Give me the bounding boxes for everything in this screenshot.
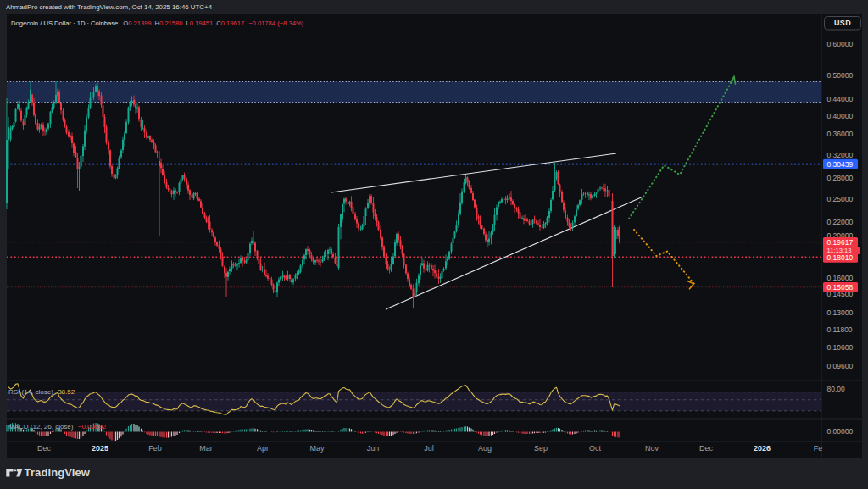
svg-text:0.32000: 0.32000 xyxy=(827,151,854,159)
svg-text:2025: 2025 xyxy=(92,444,108,453)
svg-text:USD: USD xyxy=(834,19,851,27)
svg-text:80.00: 80.00 xyxy=(827,385,846,393)
svg-text:Dec: Dec xyxy=(699,444,714,453)
svg-text:Fe: Fe xyxy=(814,444,823,453)
svg-text:0.00000: 0.00000 xyxy=(827,427,854,436)
svg-text:TradingView: TradingView xyxy=(25,466,91,479)
svg-text:AhmadPro created with TradingV: AhmadPro created with TradingView.com, O… xyxy=(6,3,213,11)
svg-text:0.18010: 0.18010 xyxy=(827,253,854,262)
svg-text:Aug: Aug xyxy=(478,444,492,453)
svg-text:Jun: Jun xyxy=(367,444,380,453)
svg-text:0.15058: 0.15058 xyxy=(827,283,854,292)
svg-text:0.19617: 0.19617 xyxy=(827,238,854,247)
svg-text:0.25000: 0.25000 xyxy=(827,195,854,203)
svg-text:0.44000: 0.44000 xyxy=(827,95,854,103)
svg-text:May: May xyxy=(309,444,325,453)
svg-text:Apr: Apr xyxy=(257,444,269,453)
svg-text:Dogecoin / US Dollar · 1D · Co: Dogecoin / US Dollar · 1D · CoinbaseO0.2… xyxy=(11,19,304,27)
svg-text:Feb: Feb xyxy=(148,444,162,453)
svg-text:0.30439: 0.30439 xyxy=(827,160,854,169)
svg-text:0.11800: 0.11800 xyxy=(827,325,853,334)
svg-text:0.09600: 0.09600 xyxy=(827,362,854,370)
svg-text:2026: 2026 xyxy=(754,444,771,453)
svg-text:Nov: Nov xyxy=(645,444,659,453)
svg-text:Dec: Dec xyxy=(37,444,52,453)
svg-text:0.50000: 0.50000 xyxy=(827,71,854,80)
svg-text:Jul: Jul xyxy=(424,444,434,453)
svg-text:0.16000: 0.16000 xyxy=(827,274,854,282)
svg-text:0.22000: 0.22000 xyxy=(827,218,854,226)
svg-text:0.60000: 0.60000 xyxy=(827,40,854,48)
svg-text:0.40000: 0.40000 xyxy=(827,112,854,120)
svg-text:Sep: Sep xyxy=(534,444,548,453)
svg-text:0.36000: 0.36000 xyxy=(827,130,854,138)
svg-text:MACD (12, 26, close) −0.00592: MACD (12, 26, close) −0.00592 xyxy=(8,423,107,431)
svg-text:Oct: Oct xyxy=(589,444,602,453)
svg-text:0.13000: 0.13000 xyxy=(827,308,854,317)
svg-text:0.28000: 0.28000 xyxy=(827,174,854,182)
svg-text:0.10600: 0.10600 xyxy=(827,343,854,352)
svg-text:RSI (14, close) 38.52: RSI (14, close) 38.52 xyxy=(8,388,75,396)
svg-text:Mar: Mar xyxy=(199,444,213,453)
